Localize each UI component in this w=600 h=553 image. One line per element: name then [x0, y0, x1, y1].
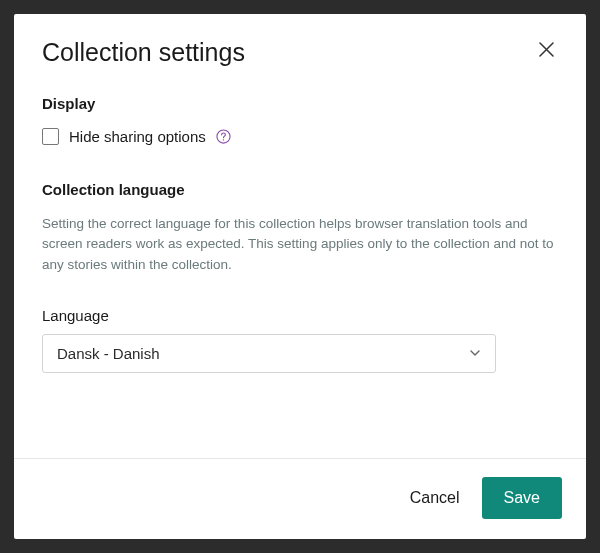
save-button[interactable]: Save	[482, 477, 562, 519]
language-select[interactable]: Dansk - Danish	[42, 334, 496, 373]
cancel-button[interactable]: Cancel	[410, 489, 460, 507]
close-button[interactable]	[535, 38, 558, 64]
close-icon	[539, 42, 554, 60]
collection-language-description: Setting the correct language for this co…	[42, 214, 558, 275]
help-icon[interactable]	[216, 129, 231, 144]
settings-modal: Collection settings Display Hide sharing…	[14, 14, 586, 539]
modal-content: Collection settings Display Hide sharing…	[14, 14, 586, 458]
language-selected-value: Dansk - Danish	[57, 345, 160, 362]
hide-sharing-row: Hide sharing options	[42, 128, 558, 145]
chevron-down-icon	[469, 347, 481, 359]
modal-footer: Cancel Save	[14, 458, 586, 539]
modal-title: Collection settings	[42, 38, 245, 67]
hide-sharing-checkbox[interactable]	[42, 128, 59, 145]
collection-language-heading: Collection language	[42, 181, 558, 198]
language-field-label: Language	[42, 307, 558, 324]
hide-sharing-label: Hide sharing options	[69, 128, 206, 145]
display-heading: Display	[42, 95, 558, 112]
modal-header: Collection settings	[42, 38, 558, 67]
svg-point-1	[223, 139, 224, 140]
